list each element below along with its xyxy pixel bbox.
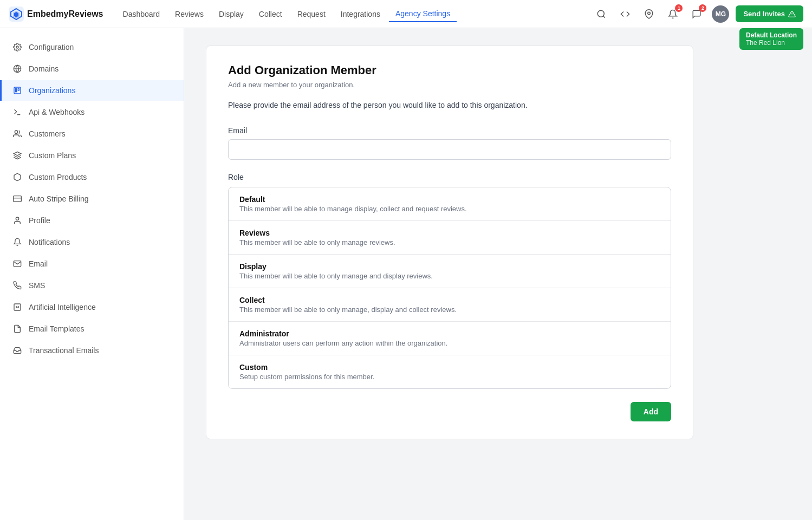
- role-name: Custom: [239, 363, 660, 372]
- inbox-icon: [12, 346, 22, 355]
- sidebar-label-transactional-emails: Transactional Emails: [29, 346, 99, 355]
- svg-point-16: [15, 131, 17, 133]
- sidebar-item-configuration[interactable]: Configuration: [0, 37, 184, 57]
- ai-icon: [12, 302, 22, 312]
- role-description: Administrator users can perform any acti…: [239, 339, 660, 347]
- notification-badge: 1: [675, 4, 683, 12]
- notifications-button[interactable]: 1: [664, 5, 681, 23]
- card-footer: Add: [228, 402, 671, 421]
- nav-dashboard[interactable]: Dashboard: [116, 6, 167, 22]
- role-description: Setup custom permissions for this member…: [239, 373, 660, 381]
- nav-agency-settings[interactable]: Agency Settings: [389, 6, 457, 22]
- sidebar-item-email-templates[interactable]: Email Templates: [0, 318, 184, 339]
- sidebar-label-custom-products: Custom Products: [29, 173, 87, 181]
- role-label: Role: [228, 173, 671, 181]
- messages-button[interactable]: 2: [688, 5, 705, 23]
- svg-point-20: [16, 217, 18, 220]
- default-location-name: The Red Lion: [746, 39, 797, 47]
- default-location-badge[interactable]: Default Location The Red Lion: [739, 28, 803, 50]
- svg-rect-12: [14, 87, 21, 94]
- svg-marker-17: [14, 152, 21, 155]
- nav-request[interactable]: Request: [291, 6, 332, 22]
- avatar[interactable]: MG: [712, 5, 729, 23]
- logo[interactable]: EmbedmyReviews: [9, 6, 103, 22]
- main-content: Add Organization Member Add a new member…: [184, 28, 812, 520]
- navbar: EmbedmyReviews Dashboard Reviews Display…: [0, 0, 812, 28]
- message-badge: 2: [699, 4, 706, 12]
- page-subtitle: Add a new member to your organization.: [228, 81, 671, 89]
- role-item[interactable]: Display This member will be able to only…: [229, 255, 671, 288]
- main-nav: Dashboard Reviews Display Collect Reques…: [116, 6, 593, 22]
- svg-rect-18: [14, 196, 22, 202]
- sidebar-item-notifications[interactable]: Notifications: [0, 232, 184, 252]
- layers-icon: [12, 151, 22, 160]
- description-text: Please provide the email address of the …: [228, 100, 671, 111]
- sidebar-label-ai: Artificial Intelligence: [29, 303, 96, 311]
- terminal-icon: [12, 107, 22, 117]
- svg-line-5: [603, 16, 605, 17]
- nav-collect[interactable]: Collect: [252, 6, 289, 22]
- role-list: Default This member will be able to mana…: [228, 187, 671, 389]
- role-description: This member will be able to only manage,…: [239, 306, 660, 314]
- sidebar-label-email: Email: [29, 259, 48, 268]
- role-name: Administrator: [239, 329, 660, 338]
- sidebar-item-sms[interactable]: SMS: [0, 275, 184, 296]
- sidebar-item-domains[interactable]: Domains: [0, 58, 184, 79]
- gear-icon: [12, 42, 22, 52]
- role-name: Reviews: [239, 229, 660, 237]
- add-button[interactable]: Add: [631, 402, 671, 421]
- code-button[interactable]: [616, 5, 634, 23]
- search-button[interactable]: [593, 5, 610, 23]
- sidebar-item-transactional-emails[interactable]: Transactional Emails: [0, 340, 184, 361]
- sidebar-label-domains: Domains: [29, 64, 59, 73]
- svg-rect-14: [18, 89, 19, 90]
- box-icon: [12, 172, 22, 182]
- role-item[interactable]: Default This member will be able to mana…: [229, 187, 671, 221]
- sidebar-label-api-webhooks: Api & Webhooks: [29, 108, 85, 116]
- svg-point-6: [648, 12, 651, 15]
- sidebar-label-sms: SMS: [29, 281, 45, 290]
- building-icon: [12, 86, 22, 95]
- sidebar-item-custom-products[interactable]: Custom Products: [0, 167, 184, 187]
- email-label: Email: [228, 126, 671, 135]
- role-name: Collect: [239, 296, 660, 304]
- sidebar-label-email-templates: Email Templates: [29, 324, 84, 333]
- nav-reviews[interactable]: Reviews: [168, 6, 210, 22]
- sidebar-item-custom-plans[interactable]: Custom Plans: [0, 145, 184, 166]
- sidebar-label-organizations: Organizations: [29, 86, 75, 95]
- sidebar-label-profile: Profile: [29, 216, 50, 225]
- email-input[interactable]: [228, 139, 671, 160]
- sidebar-item-ai[interactable]: Artificial Intelligence: [0, 297, 184, 317]
- credit-card-icon: [12, 194, 22, 204]
- role-item[interactable]: Administrator Administrator users can pe…: [229, 322, 671, 355]
- sidebar-label-customers: Customers: [29, 129, 66, 138]
- role-name: Default: [239, 195, 660, 204]
- mail-icon: [12, 259, 22, 269]
- file-icon: [12, 324, 22, 334]
- role-description: This member will be able to manage displ…: [239, 205, 660, 213]
- sidebar-item-profile[interactable]: Profile: [0, 210, 184, 231]
- user-icon: [12, 216, 22, 225]
- users-icon: [12, 129, 22, 139]
- navbar-right: 1 2 MG Send Invites: [593, 5, 803, 23]
- sidebar-item-customers[interactable]: Customers: [0, 123, 184, 144]
- role-item[interactable]: Custom Setup custom permissions for this…: [229, 355, 671, 388]
- location-button[interactable]: [640, 5, 658, 23]
- sidebar-item-email[interactable]: Email: [0, 253, 184, 274]
- phone-icon: [12, 281, 22, 290]
- role-item[interactable]: Collect This member will be able to only…: [229, 288, 671, 322]
- nav-display[interactable]: Display: [212, 6, 250, 22]
- sidebar-item-auto-stripe-billing[interactable]: Auto Stripe Billing: [0, 188, 184, 209]
- globe-icon: [12, 64, 22, 74]
- sidebar-item-organizations[interactable]: Organizations: [0, 80, 184, 101]
- send-invites-button[interactable]: Send Invites: [736, 5, 803, 22]
- role-description: This member will be able to only manage …: [239, 238, 660, 246]
- page-layout: Configuration Domains Organizations: [0, 28, 812, 520]
- sidebar-item-api-webhooks[interactable]: Api & Webhooks: [0, 102, 184, 122]
- content-card: Add Organization Member Add a new member…: [206, 46, 693, 439]
- bell-icon: [12, 237, 22, 247]
- logo-text: EmbedmyReviews: [27, 9, 103, 19]
- role-item[interactable]: Reviews This member will be able to only…: [229, 221, 671, 255]
- nav-integrations[interactable]: Integrations: [334, 6, 387, 22]
- role-description: This member will be able to only manage …: [239, 272, 660, 280]
